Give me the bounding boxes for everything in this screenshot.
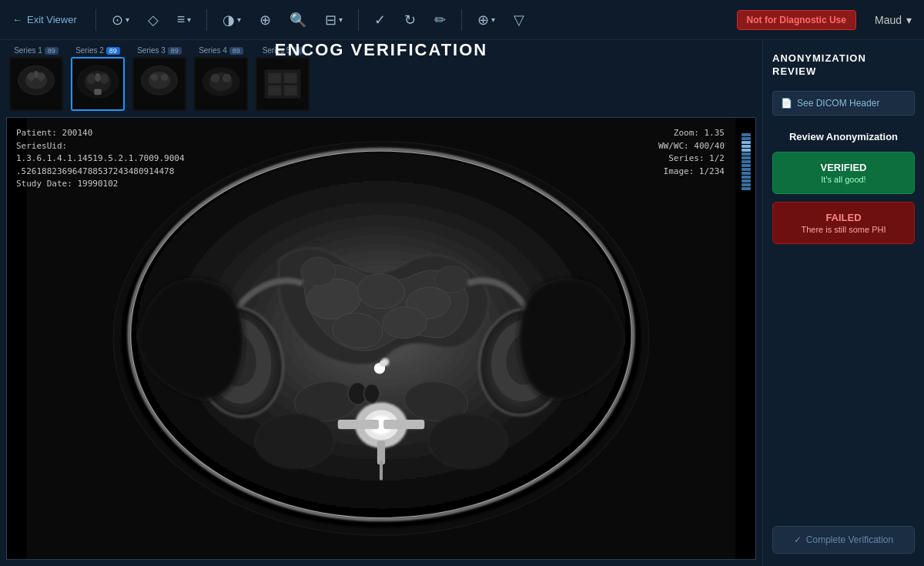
series-item-3[interactable]: Series 3 89 bbox=[132, 46, 186, 111]
tool-roi-button[interactable]: ◇ bbox=[142, 8, 165, 32]
svg-point-59 bbox=[380, 360, 386, 367]
series-3-image bbox=[134, 57, 185, 111]
patient-info: Patient: 200140 bbox=[16, 127, 185, 140]
scroll-seg-11 bbox=[742, 172, 751, 175]
series-bar: Series 1 89 bbox=[0, 40, 762, 117]
layout-icon: ⊟ bbox=[325, 12, 336, 28]
svg-point-10 bbox=[100, 74, 109, 84]
svg-point-15 bbox=[149, 72, 170, 89]
svg-point-62 bbox=[379, 424, 383, 429]
tool-crosshair-button[interactable]: ⊕ bbox=[253, 8, 277, 32]
series-2-thumb[interactable] bbox=[71, 57, 125, 111]
target-icon: ⊙ bbox=[112, 12, 123, 28]
svg-point-61 bbox=[428, 414, 507, 469]
scroll-seg-1 bbox=[742, 133, 751, 136]
zoom-icon: 🔍 bbox=[290, 12, 306, 28]
series-5-label: Series 5 3 bbox=[263, 46, 303, 55]
series-2-image bbox=[72, 57, 123, 111]
tool-target-button[interactable]: ⊙ ▾ bbox=[105, 8, 136, 32]
back-arrow-icon: ← bbox=[12, 14, 22, 25]
tool-pin-arrow: ▾ bbox=[491, 15, 495, 24]
tool-measure-button[interactable]: ✓ bbox=[368, 8, 392, 32]
series-3-thumb[interactable] bbox=[132, 57, 186, 111]
layers-icon: ≡ bbox=[177, 12, 186, 28]
failed-button[interactable]: FAILED There is still some PHI bbox=[772, 202, 915, 244]
dicom-header-button[interactable]: 📄 See DICOM Header bbox=[772, 91, 915, 116]
viewer-canvas-area[interactable]: Patient: 200140 SeriesUid: 1.3.6.1.4.1.1… bbox=[6, 117, 756, 560]
series-5-image bbox=[257, 57, 308, 111]
scroll-seg-8 bbox=[742, 160, 751, 163]
svg-point-16 bbox=[151, 74, 158, 81]
tool-window-button[interactable]: ◑ ▾ bbox=[216, 8, 247, 32]
svg-rect-27 bbox=[268, 85, 281, 95]
series-5-thumb[interactable] bbox=[256, 57, 310, 111]
series-1-thumb[interactable] bbox=[9, 57, 63, 111]
svg-point-21 bbox=[211, 74, 219, 82]
svg-rect-28 bbox=[284, 85, 297, 95]
tool-pin-button[interactable]: ⊕ ▾ bbox=[471, 8, 501, 32]
tool-filter-button[interactable]: ▽ bbox=[507, 8, 531, 32]
tool-layout-button[interactable]: ⊟ ▾ bbox=[319, 8, 349, 32]
tool-layers-arrow: ▾ bbox=[187, 15, 191, 24]
series-item-5[interactable]: Series 5 3 bbox=[256, 46, 310, 111]
panel-title: ANONYMIZATIONREVIEW bbox=[772, 52, 915, 79]
series-item-1[interactable]: Series 1 89 bbox=[9, 46, 63, 111]
scroll-seg-14 bbox=[742, 183, 751, 186]
tool-annotate-button[interactable]: ✏ bbox=[428, 8, 452, 32]
roi-icon: ◇ bbox=[148, 12, 159, 28]
svg-point-56 bbox=[363, 384, 379, 404]
svg-point-60 bbox=[255, 414, 333, 469]
tool-rotate-button[interactable]: ↻ bbox=[398, 8, 422, 32]
series-4-thumb[interactable] bbox=[194, 57, 248, 111]
toolbar-divider-4 bbox=[461, 9, 462, 31]
svg-point-12 bbox=[95, 73, 101, 82]
svg-point-5 bbox=[34, 71, 38, 78]
svg-point-4 bbox=[38, 72, 45, 81]
series-4-image bbox=[196, 57, 246, 111]
user-menu-arrow: ▾ bbox=[906, 14, 912, 26]
scroll-seg-5 bbox=[742, 149, 751, 152]
svg-point-22 bbox=[223, 74, 231, 82]
exit-viewer-label: Exit Viewer bbox=[27, 14, 77, 25]
zoom-info: Zoom: 1.35 bbox=[658, 127, 725, 140]
series-item-2[interactable]: Series 2 89 bbox=[71, 46, 125, 111]
svg-point-38 bbox=[301, 257, 336, 286]
measure-icon: ✓ bbox=[374, 12, 386, 28]
svg-point-3 bbox=[28, 72, 35, 81]
not-diagnostic-badge: Not for Diagnostic Use bbox=[737, 10, 856, 30]
window-icon: ◑ bbox=[223, 12, 235, 28]
scroll-seg-13 bbox=[742, 179, 751, 183]
svg-point-17 bbox=[161, 74, 168, 81]
svg-rect-52 bbox=[380, 461, 383, 481]
svg-point-39 bbox=[435, 266, 470, 293]
complete-verification-button[interactable]: ✓ Complete Verification bbox=[772, 526, 915, 554]
image-info: Image: 1/234 bbox=[658, 166, 725, 179]
tool-window-arrow: ▾ bbox=[237, 15, 241, 24]
series-4-label: Series 4 89 bbox=[199, 46, 243, 55]
toolbar-divider-3 bbox=[358, 9, 359, 31]
series-2-label: Series 2 89 bbox=[75, 46, 120, 55]
svg-rect-53 bbox=[338, 420, 379, 429]
user-menu[interactable]: Maud ▾ bbox=[875, 14, 912, 26]
scroll-seg-2 bbox=[742, 137, 751, 140]
ww-wc-info: WW/WC: 400/40 bbox=[658, 140, 725, 153]
checkmark-icon: ✓ bbox=[794, 534, 802, 545]
svg-rect-11 bbox=[94, 89, 101, 95]
main-area: Series 1 89 bbox=[0, 40, 924, 566]
scroll-seg-4 bbox=[742, 145, 751, 148]
scroll-seg-9 bbox=[742, 164, 751, 167]
svg-rect-26 bbox=[284, 73, 297, 83]
series-uid-label: SeriesUid: bbox=[16, 140, 185, 153]
toolbar-divider-1 bbox=[95, 9, 96, 31]
verified-button[interactable]: VERIFIED It's all good! bbox=[772, 152, 915, 194]
tool-layers-button[interactable]: ≡ ▾ bbox=[171, 8, 198, 31]
exit-viewer-button[interactable]: ← Exit Viewer bbox=[12, 14, 77, 25]
tool-zoom-button[interactable]: 🔍 bbox=[283, 8, 313, 32]
image-scrollbar[interactable] bbox=[740, 133, 752, 544]
series-item-4[interactable]: Series 4 89 bbox=[194, 46, 248, 111]
right-panel: ANONYMIZATIONREVIEW 📄 See DICOM Header R… bbox=[762, 40, 924, 566]
toolbar: ← Exit Viewer ⊙ ▾ ◇ ≡ ▾ ◑ ▾ ⊕ 🔍 ⊟ ▾ ✓ ↻ … bbox=[0, 0, 924, 40]
panel-spacer bbox=[772, 252, 915, 526]
user-name: Maud bbox=[875, 14, 902, 26]
scroll-seg-10 bbox=[742, 168, 751, 171]
